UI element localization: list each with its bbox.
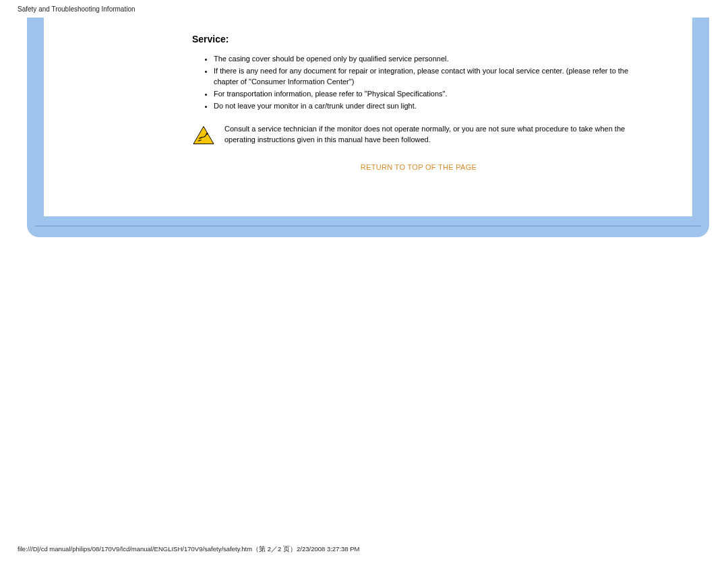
service-note-row: Consult a service technician if the moni… xyxy=(192,124,645,146)
page-header-title: Safety and Troubleshooting Information xyxy=(18,5,135,13)
svg-point-1 xyxy=(206,133,208,135)
service-list: The casing cover should be opened only b… xyxy=(192,54,645,112)
svg-marker-0 xyxy=(193,126,214,144)
service-list-item: The casing cover should be opened only b… xyxy=(214,54,645,65)
service-list-item: Do not leave your monitor in a car/trunk… xyxy=(214,101,645,112)
service-list-item: If there is any need for any document fo… xyxy=(214,66,645,88)
warning-icon xyxy=(192,125,215,146)
content-panel-bg: Service The casing cover should be opene… xyxy=(27,18,709,237)
content-inner: Service The casing cover should be opene… xyxy=(192,34,645,171)
return-to-top-link[interactable]: RETURN TO TOP OF THE PAGE xyxy=(192,163,645,171)
content-panel: Service The casing cover should be opene… xyxy=(44,18,692,216)
service-heading: Service xyxy=(192,34,645,44)
service-note-text: Consult a service technician if the moni… xyxy=(224,124,645,146)
divider-line xyxy=(35,226,701,226)
service-list-item: For transportation information, please r… xyxy=(214,89,645,100)
page-footer-path: file:///D|/cd manual/philips/08/170V9/lc… xyxy=(18,545,360,554)
